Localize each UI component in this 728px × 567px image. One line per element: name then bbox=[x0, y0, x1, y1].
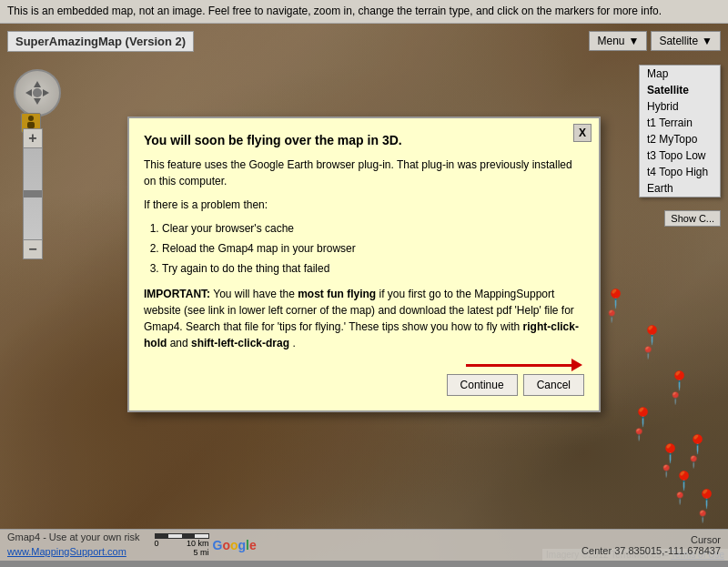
dialog-body: This feature uses the Google Earth brows… bbox=[144, 157, 584, 351]
info-bar: This is an embedded map, not an image. F… bbox=[0, 0, 728, 24]
dialog-buttons: Continue Cancel bbox=[144, 374, 584, 396]
map-container: SuperAmazingMap (Version 2) Menu ▼ Satel… bbox=[0, 24, 728, 561]
dialog-steps-list: Clear your browser's cache Reload the Gm… bbox=[162, 220, 584, 277]
most-fun-phrase: most fun flying bbox=[298, 288, 376, 300]
arrow-graphic bbox=[466, 364, 575, 367]
dialog-close-button[interactable]: X bbox=[573, 124, 592, 142]
info-text: This is an embedded map, not an image. F… bbox=[7, 5, 662, 17]
continue-button[interactable]: Continue bbox=[447, 374, 518, 396]
dialog-step-1: Clear your browser's cache bbox=[162, 220, 584, 237]
dialog-step-3: Try again to do the thing that failed bbox=[162, 260, 584, 277]
dialog-step-2: Reload the Gmap4 map in your browser bbox=[162, 240, 584, 257]
dialog-overlay: X You will soon be flying over the map i… bbox=[0, 24, 728, 561]
dialog-title: You will soon be flying over the map in … bbox=[144, 133, 584, 147]
dialog-para2: If there is a problem then: bbox=[144, 197, 584, 213]
flying-dialog: X You will soon be flying over the map i… bbox=[127, 116, 601, 412]
dialog-arrow bbox=[144, 364, 584, 367]
dialog-important: IMPORTANT: You will have the most fun fl… bbox=[144, 286, 584, 351]
cancel-button[interactable]: Cancel bbox=[523, 374, 584, 396]
dialog-para1: This feature uses the Google Earth brows… bbox=[144, 157, 584, 189]
shift-click-phrase: shift-left-click-drag bbox=[191, 337, 289, 349]
important-label: IMPORTANT: bbox=[144, 288, 210, 300]
